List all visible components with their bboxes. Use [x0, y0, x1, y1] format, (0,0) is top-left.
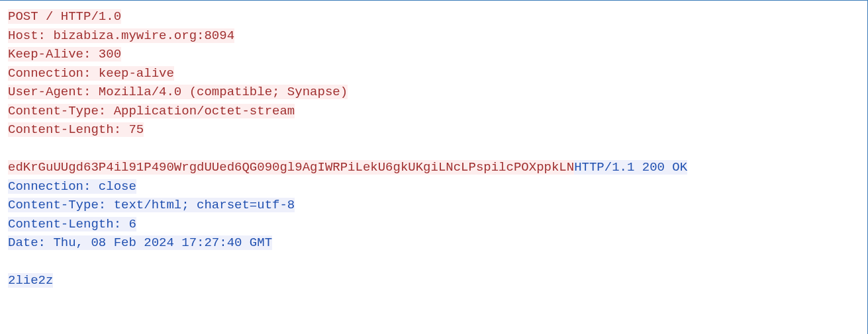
blank-line-separator-2: [8, 253, 859, 272]
http-stream-panel: POST / HTTP/1.0 Host: bizabiza.mywire.or…: [0, 0, 868, 334]
response-header-content-length: Content-Length: 6: [8, 215, 859, 234]
request-header-keep-alive: Keep-Alive: 300: [8, 45, 859, 64]
request-header-host: Host: bizabiza.mywire.org:8094: [8, 26, 859, 46]
response-body-line: 2lie2z: [8, 271, 859, 290]
response-header-connection: Connection: close: [8, 177, 859, 196]
request-method-line: POST / HTTP/1.0: [8, 9, 121, 24]
response-header-date: Date: Thu, 08 Feb 2024 17:27:40 GMT: [8, 233, 859, 253]
request-body-and-response-status: edKrGuUUgd63P4il91P490WrgdUUed6QG090gl9A…: [8, 158, 859, 177]
request-header-content-type: Content-Type: Application/octet-stream: [8, 102, 859, 121]
request-header-content-length: Content-Length: 75: [8, 120, 859, 140]
response-header-content-type: Content-Type: text/html; charset=utf-8: [8, 196, 859, 215]
request-body: edKrGuUUgd63P4il91P490WrgdUUed6QG090gl9A…: [8, 160, 574, 175]
response-status-line: HTTP/1.1 200 OK: [574, 160, 687, 175]
blank-line-separator: [8, 140, 859, 159]
request-header-user-agent: User-Agent: Mozilla/4.0 (compatible; Syn…: [8, 83, 859, 102]
response-body: 2lie2z: [8, 273, 53, 288]
request-line: POST / HTTP/1.0: [8, 7, 859, 26]
request-header-connection: Connection: keep-alive: [8, 64, 859, 83]
